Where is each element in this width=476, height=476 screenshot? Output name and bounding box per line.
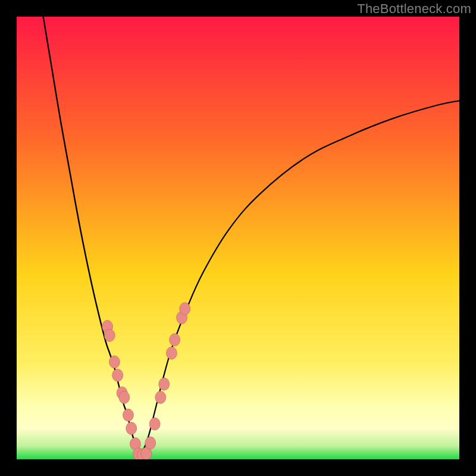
overlay-dot (119, 391, 130, 403)
overlay-dot (155, 391, 166, 403)
chart-svg (17, 17, 459, 459)
overlay-dot (104, 329, 115, 342)
overlay-dot (166, 347, 177, 359)
overlay-dot (112, 369, 123, 381)
gradient-background (17, 17, 459, 459)
overlay-dot (170, 334, 180, 346)
overlay-dot (123, 409, 133, 421)
overlay-dot (180, 303, 190, 315)
overlay-dot (109, 356, 120, 368)
overlay-dot (159, 378, 170, 390)
overlay-dot (145, 437, 156, 449)
stage: TheBottleneck.com (0, 0, 476, 476)
plot-area (17, 17, 459, 459)
watermark-text: TheBottleneck.com (357, 1, 471, 17)
overlay-dot (126, 422, 137, 434)
overlay-dot (149, 418, 160, 430)
